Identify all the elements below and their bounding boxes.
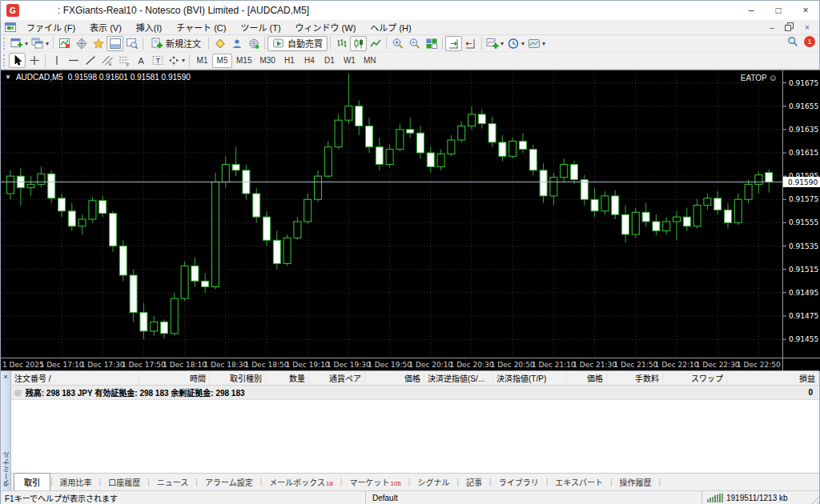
chart-shift-button[interactable] [462, 36, 479, 51]
column-type[interactable]: 取引種別 [210, 371, 266, 385]
column-volume[interactable]: 数量 [266, 371, 309, 385]
timeframe-m15[interactable]: M15 [232, 54, 255, 68]
autotrading-button[interactable]: 自動売買 [267, 36, 328, 51]
periods-button[interactable]: ▾ [505, 36, 526, 51]
chart-window-icon[interactable] [5, 22, 16, 32]
menu-insert[interactable]: 挿入(I) [129, 19, 169, 35]
candlestick-mode-button[interactable] [350, 36, 367, 51]
terminal-close-button[interactable]: × [3, 373, 7, 381]
fibonacci-tool-button[interactable]: F [115, 53, 132, 68]
ea-name-label: EATOP ☺ [741, 73, 778, 82]
auto-scroll-button[interactable] [445, 36, 462, 51]
menu-window[interactable]: ウィンドウ (W) [288, 19, 364, 35]
menu-tools[interactable]: ツール (T) [233, 19, 287, 35]
column-time[interactable]: 時間 [139, 371, 210, 385]
column-swap[interactable]: スワップ [663, 371, 727, 385]
timeframe-h1[interactable]: H1 [279, 54, 299, 68]
zoom-in-button[interactable] [389, 36, 406, 51]
terminal-dock-strip[interactable]: × ターミナル [1, 371, 11, 490]
signals-button[interactable] [245, 36, 262, 51]
zoom-out-button[interactable] [406, 36, 423, 51]
status-connection[interactable]: 1919511/1213 kb [701, 491, 819, 504]
column-take-profit[interactable]: 決済指値(T/P) [493, 371, 567, 385]
child-close-button[interactable]: × [798, 22, 816, 34]
menu-view[interactable]: 表示 (V) [82, 19, 129, 35]
strategy-tester-button[interactable] [123, 36, 140, 51]
tile-windows-button[interactable] [423, 36, 440, 51]
tab-account-history[interactable]: 口座履歴 [101, 474, 147, 490]
indicators-button[interactable]: ▾ [484, 36, 505, 51]
data-window-button[interactable] [73, 36, 90, 51]
tab-mailbox[interactable]: メールボックス18 [262, 474, 340, 490]
timeframe-h4[interactable]: H4 [299, 54, 320, 68]
status-profile[interactable]: Default [365, 491, 701, 504]
tab-trade[interactable]: 取引 [14, 473, 50, 490]
label-tool-button[interactable]: T [149, 53, 166, 68]
orders-list-empty[interactable] [11, 400, 819, 473]
terminal-panel-icon [109, 38, 122, 50]
tab-experts[interactable]: エキスパート [548, 474, 610, 490]
line-chart-mode-button[interactable] [367, 36, 384, 51]
menu-chart[interactable]: チャート (C) [169, 19, 233, 35]
new-chart-button[interactable]: ▾ [9, 36, 30, 51]
horizontal-line-tool-button[interactable] [65, 53, 82, 68]
column-stop-loss[interactable]: 決済逆指値(S/... [424, 371, 493, 385]
column-commission[interactable]: 手数料 [607, 371, 663, 385]
column-symbol[interactable]: 通貨ペア [309, 371, 365, 385]
terminal-toggle-button[interactable] [107, 36, 123, 51]
timeframe-m5[interactable]: M5 [212, 54, 232, 68]
arrow-objects-icon [167, 54, 180, 66]
tab-alerts[interactable]: アラーム設定 [198, 474, 260, 490]
column-price-open[interactable]: 価格 [365, 371, 424, 385]
resize-grip[interactable] [809, 494, 819, 504]
column-order-number[interactable]: 注文番号 / [11, 371, 139, 385]
tab-journal[interactable]: 操作履歴 [613, 474, 659, 490]
search-icon[interactable] [787, 36, 798, 47]
new-order-button[interactable]: 新規注文 [146, 36, 206, 51]
column-price-current[interactable]: 価格 [567, 371, 607, 385]
timeframe-m30[interactable]: M30 [255, 54, 279, 68]
navigator-button[interactable] [90, 36, 107, 51]
arrows-tool-button[interactable]: ▾ [166, 53, 187, 68]
community-button[interactable] [228, 36, 245, 51]
tab-exposure[interactable]: 運用比率 [53, 474, 99, 490]
timeframe-d1[interactable]: D1 [320, 54, 340, 68]
toolbar-separator [208, 37, 209, 50]
tab-articles[interactable]: 記事 [459, 474, 489, 490]
bar-chart-mode-button[interactable] [333, 36, 350, 51]
market-watch-button[interactable] [56, 36, 73, 51]
notification-badge[interactable]: 1 [804, 36, 815, 47]
menu-file[interactable]: ファイル (F) [19, 19, 82, 35]
column-profit[interactable]: 損益 [727, 371, 819, 385]
tab-news[interactable]: ニュース [150, 474, 196, 490]
tab-market[interactable]: マーケット105 [342, 474, 408, 490]
ea-smiley-icon[interactable]: ☺ [769, 73, 778, 82]
line-chart-icon [369, 38, 382, 50]
tile-windows-icon [425, 38, 438, 50]
channel-tool-button[interactable]: E [98, 53, 115, 68]
timeframe-m1[interactable]: M1 [192, 54, 212, 68]
crosshair-tool-button[interactable] [26, 53, 42, 68]
maximize-button[interactable]: □ [765, 1, 792, 20]
close-button[interactable]: × [792, 1, 819, 20]
metaeditor-button[interactable] [211, 36, 228, 51]
timeframe-w1[interactable]: W1 [340, 54, 360, 68]
toolbar-grip[interactable] [3, 54, 7, 66]
tab-signals[interactable]: シグナル [410, 474, 456, 490]
one-click-collapse-icon[interactable]: ▼ [5, 74, 11, 81]
child-minimize-button[interactable]: – [763, 22, 781, 34]
chart-area[interactable]: 0.916750.916550.916350.916150.915950.915… [1, 70, 819, 370]
menu-help[interactable]: ヘルプ (H) [363, 19, 418, 35]
toolbar-grip[interactable] [3, 38, 7, 50]
vertical-line-tool-button[interactable] [48, 53, 65, 68]
templates-button[interactable]: ▾ [526, 36, 547, 51]
minimize-button[interactable]: – [738, 1, 765, 20]
profiles-button[interactable]: ▾ [30, 36, 50, 51]
tab-library[interactable]: ライブラリ [492, 474, 546, 490]
child-restore-button[interactable] [781, 22, 798, 34]
candlestick-chart[interactable]: 0.916750.916550.916350.916150.915950.915… [1, 70, 820, 371]
text-tool-button[interactable]: A [132, 53, 149, 68]
trendline-tool-button[interactable] [82, 53, 98, 68]
cursor-tool-button[interactable] [9, 53, 26, 68]
timeframe-mn[interactable]: MN [360, 54, 380, 68]
